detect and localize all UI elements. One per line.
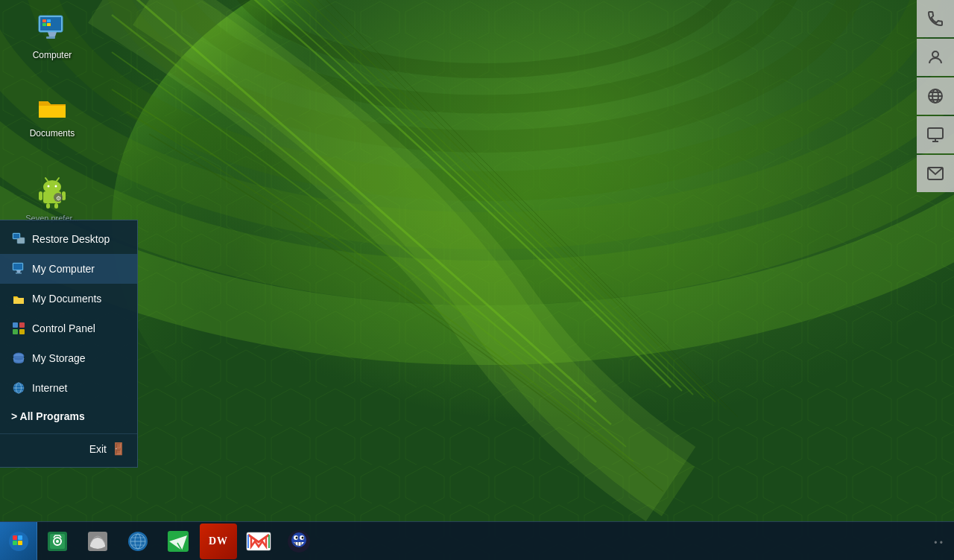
svg-rect-33: [13, 264, 22, 270]
menu-item-my-storage[interactable]: My Storage: [0, 343, 137, 373]
svg-rect-14: [47, 19, 51, 22]
restore-desktop-icon: [11, 232, 26, 246]
svg-point-83: [296, 536, 298, 538]
right-sidebar: [917, 0, 954, 192]
my-computer-icon: [11, 261, 26, 276]
desktop-icon-android[interactable]: ⚙ Seven prefer...: [22, 175, 82, 223]
menu-item-internet-label: Internet: [32, 382, 67, 394]
svg-rect-30: [17, 238, 25, 244]
globe-button[interactable]: [917, 77, 954, 115]
svg-rect-61: [18, 541, 22, 545]
svg-text:⚙: ⚙: [56, 195, 61, 202]
menu-item-internet[interactable]: Internet: [0, 373, 137, 403]
svg-rect-25: [46, 203, 50, 209]
svg-rect-15: [42, 23, 46, 26]
android-icon: ⚙: [34, 175, 70, 211]
svg-rect-39: [19, 329, 25, 334]
svg-rect-12: [46, 36, 55, 39]
taskbar-gmail[interactable]: [240, 524, 277, 559]
svg-point-47: [932, 51, 938, 57]
desktop-button[interactable]: [917, 116, 954, 153]
menu-item-my-computer[interactable]: My Computer: [0, 254, 137, 284]
svg-rect-13: [42, 19, 46, 22]
menu-item-control-panel-label: Control Panel: [32, 322, 95, 334]
desktop-icon-computer[interactable]: Computer: [22, 11, 82, 60]
computer-icon: [34, 11, 70, 47]
svg-point-19: [48, 185, 50, 188]
taskbar-send[interactable]: [159, 524, 197, 559]
computer-icon-label: Computer: [33, 50, 72, 60]
folder-icon: [34, 89, 70, 125]
exit-label: Exit: [89, 443, 107, 455]
taskbar-dw[interactable]: DW: [200, 524, 237, 559]
menu-exit-button[interactable]: Exit 🚪: [0, 433, 137, 463]
svg-rect-38: [13, 329, 18, 334]
control-panel-icon: [11, 321, 26, 336]
dw-label: DW: [209, 535, 228, 547]
exit-icon: 🚪: [111, 442, 126, 456]
taskbar-dots: • •: [934, 538, 943, 548]
svg-rect-59: [18, 535, 22, 540]
svg-rect-31: [13, 234, 19, 238]
taskbar: DW: [0, 521, 954, 560]
svg-rect-23: [39, 191, 42, 200]
svg-rect-60: [13, 541, 17, 545]
menu-item-my-documents[interactable]: My Documents: [0, 284, 137, 314]
desktop: Computer Documents: [0, 0, 954, 560]
svg-rect-35: [16, 273, 22, 274]
menu-item-restore-label: Restore Desktop: [32, 233, 110, 245]
svg-marker-11: [48, 32, 57, 36]
taskbar-capture[interactable]: [39, 524, 76, 559]
wave-lines: [0, 0, 954, 560]
mail-button[interactable]: [917, 155, 954, 192]
my-documents-icon: [11, 291, 26, 306]
svg-rect-26: [54, 203, 58, 209]
start-button[interactable]: [0, 522, 37, 561]
svg-marker-34: [16, 270, 21, 273]
svg-rect-16: [47, 23, 51, 26]
svg-line-21: [45, 178, 48, 181]
svg-rect-58: [13, 535, 17, 540]
taskbar-browser[interactable]: [119, 524, 157, 559]
my-storage-icon: [11, 351, 26, 366]
svg-point-84: [302, 536, 304, 538]
taskbar-files[interactable]: [79, 524, 116, 559]
svg-rect-24: [62, 191, 66, 200]
menu-item-my-documents-label: My Documents: [32, 293, 101, 305]
start-menu: Restore Desktop My Computer My Docum: [0, 220, 138, 468]
taskbar-taz[interactable]: [280, 524, 318, 559]
svg-rect-53: [928, 128, 943, 139]
svg-rect-37: [19, 322, 25, 328]
menu-item-my-storage-label: My Storage: [32, 352, 86, 364]
desktop-icon-documents[interactable]: Documents: [22, 89, 82, 139]
menu-item-my-computer-label: My Computer: [32, 263, 95, 275]
svg-point-65: [56, 540, 59, 543]
svg-point-20: [55, 185, 57, 188]
contacts-button[interactable]: [917, 39, 954, 76]
menu-item-restore-desktop[interactable]: Restore Desktop: [0, 224, 137, 254]
menu-item-all-programs[interactable]: > All Programs: [0, 403, 137, 430]
all-programs-label: > All Programs: [11, 410, 85, 422]
internet-icon: [11, 381, 26, 395]
svg-line-22: [57, 178, 59, 181]
documents-icon-label: Documents: [30, 128, 75, 139]
phone-button[interactable]: [917, 0, 954, 37]
svg-rect-36: [13, 322, 18, 328]
menu-item-control-panel[interactable]: Control Panel: [0, 314, 137, 343]
